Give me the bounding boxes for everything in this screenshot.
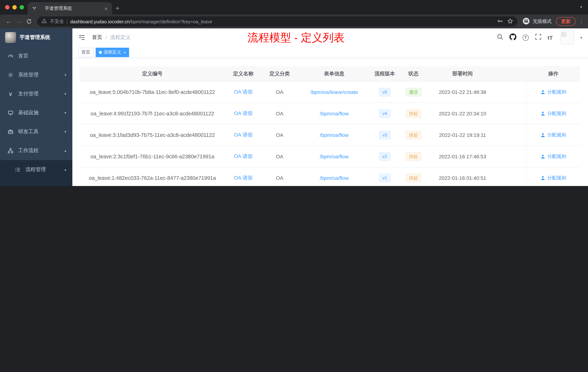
yen-icon: ¥ (8, 91, 13, 97)
form-info-link[interactable]: /bpm/oa/leave/create (310, 89, 358, 95)
sidebar-item-workflow[interactable]: 工作流程 ▴ (0, 141, 72, 160)
column-deploy-time: 部署时间 (428, 70, 497, 77)
tag-close-icon[interactable]: × (124, 50, 126, 55)
sidebar-item-home[interactable]: 首页 (0, 47, 72, 66)
browser-tabstrip: 芋道管理系统 × + ▾ (0, 0, 588, 15)
definition-name-link[interactable]: OA 请假 (234, 110, 253, 117)
definition-name-link[interactable]: OA 请假 (234, 175, 253, 181)
browser-tab[interactable]: 芋道管理系统 × (28, 2, 112, 15)
column-status: 状态 (399, 70, 428, 77)
breadcrumb-home[interactable]: 首页 (92, 34, 102, 41)
assign-rule-link[interactable]: 分配规则 (540, 175, 566, 181)
cell-deploy-time: 2022-01-22 21:48:38 (428, 82, 497, 103)
status-badge: 挂起 (405, 174, 421, 182)
update-button[interactable]: 更新 (556, 17, 576, 26)
sidebar-item-label: 首页 (18, 53, 28, 59)
font-size-icon[interactable]: tT (548, 34, 553, 41)
dashboard-icon (8, 53, 13, 59)
assign-rule-link[interactable]: 分配规则 (540, 132, 566, 138)
new-tab-button[interactable]: + (112, 3, 123, 14)
column-definition-name: 定义名称 (225, 70, 262, 77)
back-button[interactable]: ← (4, 16, 14, 27)
column-form-info: 表单信息 (298, 70, 370, 77)
status-badge: 激活 (405, 88, 421, 97)
definition-name-link[interactable]: OA 请假 (234, 153, 253, 160)
address-bar[interactable]: 不安全 dashboard.yudao.iocoder.cn/bpm/manag… (37, 16, 517, 27)
column-definition-category: 定义分类 (262, 70, 298, 77)
version-badge: v1 (379, 174, 390, 182)
tab-title: 芋道管理系统 (45, 5, 101, 11)
definition-name-link[interactable]: OA 请假 (234, 89, 253, 95)
assign-rule-link[interactable]: 分配规则 (540, 153, 566, 160)
security-warning-icon (42, 18, 47, 25)
sidebar-collapse-icon[interactable] (78, 33, 86, 42)
url-divider (67, 19, 67, 24)
window-controls (5, 5, 24, 10)
close-window-button[interactable] (5, 5, 10, 10)
form-info-link[interactable]: /bpm/oa/flow (320, 132, 349, 138)
assign-rule-link[interactable]: 分配规则 (540, 110, 566, 117)
brand: 芋道管理系统 (0, 28, 72, 47)
sidebar-item-payment[interactable]: ¥ 支付管理 ▾ (0, 85, 72, 103)
form-info-link[interactable]: /bpm/oa/flow (320, 175, 349, 181)
gear-icon (8, 72, 13, 78)
tab-search-icon[interactable]: ▾ (580, 5, 582, 10)
monitor-icon (8, 110, 13, 116)
definition-name-link[interactable]: OA 请假 (234, 132, 253, 138)
sidebar-item-system[interactable]: 系统管理 ▾ (0, 66, 72, 85)
forward-button[interactable]: → (14, 16, 24, 27)
breadcrumb-separator: / (105, 34, 107, 40)
reload-button[interactable] (24, 16, 34, 27)
status-badge: 挂起 (405, 109, 421, 118)
minimize-window-button[interactable] (12, 5, 17, 10)
password-key-icon[interactable] (497, 18, 503, 25)
sidebar-item-label: 系统管理 (18, 72, 39, 78)
cell-category: OA (262, 82, 298, 103)
sidebar-item-label: 流程表单 (33, 185, 53, 186)
search-icon[interactable] (497, 33, 503, 42)
cell-deploy-time: 2022-01-16 01:40:51 (428, 167, 497, 186)
chevron-down-icon: ▾ (64, 73, 66, 77)
url-text: dashboard.yudao.iocoder.cn/bpm/manager/d… (70, 19, 212, 24)
sidebar-item-devtools[interactable]: 研发工具 ▾ (0, 122, 72, 141)
app-window: 芋道管理系统 首页 系统管理 ▾ ¥ 支付管理 ▾ (0, 28, 588, 186)
tab-close-icon[interactable]: × (104, 5, 108, 11)
chevron-down-icon: ▾ (64, 92, 66, 96)
version-badge: v4 (379, 109, 390, 118)
cell-category: OA (262, 124, 298, 146)
browser-toolbar: ← → 不安全 dashboard.yudao.iocoder.cn/bpm/m… (0, 15, 588, 28)
sidebar-item-process-management[interactable]: 流程管理 ▴ (0, 160, 72, 179)
tag-process-definition[interactable]: 流程定义 × (96, 47, 129, 57)
annotation-title: 流程模型 - 定义列表 (247, 30, 344, 45)
sidebar-item-label: 基础设施 (18, 109, 39, 116)
browser-menu-icon[interactable]: ⋮ (578, 18, 584, 25)
form-info-link[interactable]: /bpm/oa/flow (320, 153, 349, 159)
zoom-window-button[interactable] (20, 5, 24, 10)
cell-definition-id: oa_leave:5:004b710b-7b8a-11ec-8ef0-acde4… (80, 82, 225, 103)
column-actions: 操作 (526, 70, 580, 77)
breadcrumb: 首页 / 流程定义 (92, 34, 131, 41)
fullscreen-icon[interactable] (535, 33, 541, 42)
tags-view: 首页 流程定义 × (72, 47, 588, 58)
assign-rule-link[interactable]: 分配规则 (540, 89, 566, 95)
incognito-icon (523, 17, 530, 26)
cell-category: OA (262, 167, 298, 186)
cell-deploy-time: 2022-01-22 19:19:11 (428, 124, 497, 146)
sidebar: 芋道管理系统 首页 系统管理 ▾ ¥ 支付管理 ▾ (0, 28, 72, 186)
tag-home[interactable]: 首页 (78, 47, 94, 57)
workflow-icon (8, 148, 13, 153)
user-avatar[interactable] (560, 31, 574, 44)
form-info-link[interactable]: /bpm/oa/flow (320, 111, 349, 117)
cell-definition-id: oa_leave:3:1fad3d93-7b75-11ec-a3c8-acde4… (80, 124, 225, 146)
version-badge: v2 (379, 152, 390, 161)
security-label[interactable]: 不安全 (50, 18, 64, 25)
incognito-badge: 无痕模式 (523, 17, 552, 26)
sidebar-item-process-form[interactable]: 流程表单 (0, 179, 72, 186)
help-icon[interactable]: ? (523, 34, 529, 41)
main-area: 首页 / 流程定义 ? tT (72, 28, 588, 186)
bookmark-star-icon[interactable] (507, 18, 513, 25)
column-process-version: 流程版本 (370, 70, 399, 77)
github-icon[interactable] (509, 33, 516, 42)
avatar-caret-icon[interactable]: ▾ (580, 35, 582, 40)
sidebar-item-infrastructure[interactable]: 基础设施 ▾ (0, 103, 72, 122)
